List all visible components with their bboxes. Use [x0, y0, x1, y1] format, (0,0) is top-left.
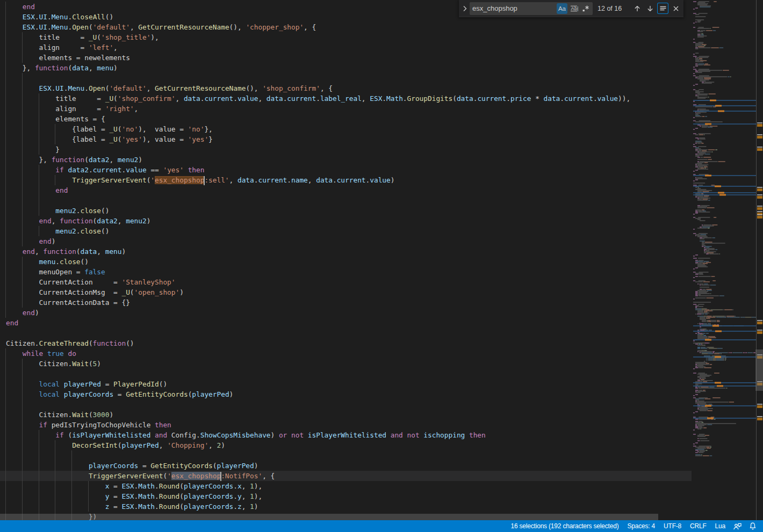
find-in-selection-toggle[interactable]: [657, 3, 668, 14]
code-line[interactable]: align = 'right',: [0, 104, 692, 114]
code-line[interactable]: end): [0, 308, 692, 318]
code-line[interactable]: align = 'left',: [0, 42, 692, 53]
notifications-button[interactable]: [745, 520, 760, 532]
code-line[interactable]: DecorSetInt(playerPed, 'Chopping', 2): [0, 440, 692, 450]
code-line[interactable]: [0, 73, 692, 83]
arrow-up-icon: [633, 4, 642, 13]
code-line[interactable]: end: [0, 185, 692, 195]
code-line[interactable]: [0, 369, 692, 379]
ruler-selection-mark: [757, 206, 762, 207]
code-line[interactable]: Citizen.CreateThread(function(): [0, 338, 692, 348]
status-indentation[interactable]: Spaces: 4: [623, 520, 659, 532]
close-find-button[interactable]: [670, 3, 681, 14]
code-line[interactable]: end): [0, 236, 692, 246]
ruler-find-match-mark: [757, 148, 762, 151]
code-line[interactable]: }, function(data, menu): [0, 63, 692, 73]
code-line[interactable]: if (isPlayerWhitelisted and Config.ShowC…: [0, 430, 692, 440]
status-encoding[interactable]: UTF-8: [659, 520, 686, 532]
code-line[interactable]: TriggerServerEvent('esx_chopshop:sell', …: [0, 175, 692, 185]
ruler-selection-mark: [757, 122, 762, 123]
code-line[interactable]: {label = _U('no'), value = 'no'},: [0, 124, 692, 134]
indent-guide: [5, 73, 6, 83]
indent-guide: [22, 195, 23, 206]
ruler-find-match-mark: [757, 207, 762, 210]
code-line[interactable]: z = ESX.Math.Round(playerCoords.z, 1): [0, 501, 692, 512]
ruler-selection-mark: [757, 320, 762, 321]
status-eol[interactable]: CRLF: [686, 520, 711, 532]
ruler-find-match-mark: [757, 136, 762, 139]
toggle-replace-button[interactable]: [460, 3, 470, 14]
code-line[interactable]: elements = {: [0, 114, 692, 124]
feedback-icon: [733, 522, 742, 531]
ruler-selection-mark: [757, 214, 762, 215]
horizontal-scrollbar[interactable]: [0, 514, 658, 520]
code-line[interactable]: [0, 328, 692, 338]
vertical-scrollbar[interactable]: [755, 349, 763, 391]
code-line[interactable]: menu.close(): [0, 257, 692, 267]
code-line[interactable]: ESX.UI.Menu.Open('default', GetCurrentRe…: [0, 83, 692, 93]
code-line[interactable]: menu2.close(): [0, 226, 692, 236]
feedback-button[interactable]: [730, 520, 745, 532]
minimap[interactable]: [693, 0, 756, 520]
code-lines[interactable]: end ESX.UI.Menu.CloseAll() ESX.UI.Menu.O…: [0, 2, 692, 520]
previous-match-button[interactable]: [631, 3, 643, 14]
ruler-selection-mark: [757, 194, 762, 195]
ruler-find-match-mark: [757, 124, 762, 127]
ruler-find-match-mark: [757, 405, 762, 408]
code-line[interactable]: TriggerServerEvent('esx_chopshop:NotifPo…: [0, 471, 692, 481]
code-line[interactable]: [0, 450, 692, 461]
status-language[interactable]: Lua: [711, 520, 730, 532]
code-line[interactable]: end, function(data, menu): [0, 246, 692, 257]
code-line[interactable]: [0, 399, 692, 410]
indent-guide: [39, 195, 39, 206]
find-actions: [630, 3, 681, 14]
minimap-divider: [756, 0, 757, 520]
find-widget: Aa Ab| 12 of 16: [459, 0, 683, 17]
code-line[interactable]: local playerCoords = GetEntityCoords(pla…: [0, 389, 692, 399]
ruler-selection-mark: [757, 416, 762, 417]
code-line[interactable]: ESX.UI.Menu.Open('default', GetCurrentRe…: [0, 22, 692, 32]
code-line[interactable]: menuOpen = false: [0, 267, 692, 277]
code-line[interactable]: }: [0, 144, 692, 155]
code-line[interactable]: [0, 195, 692, 206]
code-line[interactable]: local playerPed = PlayerPedId(): [0, 379, 692, 389]
code-line[interactable]: end, function(data2, menu2): [0, 216, 692, 226]
code-line[interactable]: if pedIsTryingToChopVehicle then: [0, 420, 692, 430]
indent-guide: [5, 195, 6, 206]
regex-toggle[interactable]: [580, 3, 591, 14]
code-line[interactable]: x = ESX.Math.Round(playerCoords.x, 1),: [0, 481, 692, 491]
status-selections[interactable]: 16 selections (192 characters selected): [506, 520, 623, 532]
ruler-selection-mark: [757, 187, 762, 188]
whole-word-toggle[interactable]: Ab|: [568, 3, 579, 14]
ruler-find-match-mark: [757, 216, 762, 218]
code-line[interactable]: {label = _U('yes'), value = 'yes'}: [0, 134, 692, 144]
code-line[interactable]: elements = newelements: [0, 53, 692, 63]
code-line[interactable]: while true do: [0, 348, 692, 359]
code-line[interactable]: CurrentAction = 'StanleyShop': [0, 277, 692, 287]
code-line[interactable]: end: [0, 318, 692, 328]
indent-guide: [22, 450, 23, 461]
indent-guide: [5, 399, 6, 410]
ruler-find-match-mark: [757, 188, 762, 191]
code-line[interactable]: title = _U('shop_title'),: [0, 32, 692, 42]
match-case-toggle[interactable]: Aa: [557, 3, 567, 14]
indent-guide: [5, 450, 6, 461]
code-line[interactable]: y = ESX.Math.Round(playerCoords.y, 1),: [0, 491, 692, 501]
code-line[interactable]: menu2.close(): [0, 206, 692, 216]
find-input[interactable]: [470, 3, 557, 14]
code-editor[interactable]: end ESX.UI.Menu.CloseAll() ESX.UI.Menu.O…: [0, 0, 763, 520]
code-line[interactable]: playerCoords = GetEntityCoords(playerPed…: [0, 461, 692, 471]
bell-icon: [748, 522, 757, 530]
code-line[interactable]: CurrentActionData = {}: [0, 297, 692, 308]
code-line[interactable]: }, function(data2, menu2): [0, 155, 692, 165]
code-line[interactable]: Citizen.Wait(3000): [0, 410, 692, 420]
code-line[interactable]: Citizen.Wait(5): [0, 359, 692, 369]
code-line[interactable]: if data2.current.value == 'yes' then: [0, 165, 692, 175]
next-match-button[interactable]: [644, 3, 656, 14]
code-line[interactable]: title = _U('shop_confirm', data.current.…: [0, 93, 692, 104]
find-match-selection: esx_chopshop: [155, 176, 204, 184]
code-line[interactable]: CurrentActionMsg = _U('open_shop'): [0, 287, 692, 297]
ruler-find-match-mark: [757, 196, 762, 199]
find-input-box: Aa Ab|: [470, 2, 593, 15]
ruler-find-match-mark: [757, 322, 762, 324]
